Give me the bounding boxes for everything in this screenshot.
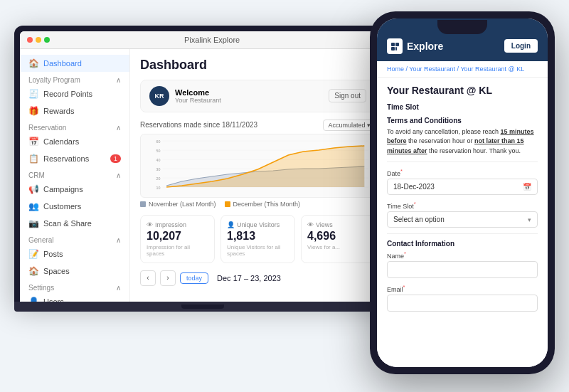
- sidebar-item-spaces[interactable]: 🏠 Spaces: [20, 263, 129, 280]
- name-input[interactable]: [387, 261, 538, 278]
- browser-title: Pixalink Explore: [55, 36, 368, 44]
- avatar: KR: [149, 86, 169, 106]
- chart-filter[interactable]: Accumulated ▾: [323, 120, 376, 131]
- svg-rect-15: [395, 47, 397, 51]
- calendar-icon: 📅: [28, 137, 39, 147]
- phone: Explore Login Home / Your Restaurant / Y…: [370, 11, 555, 374]
- record-points-icon: 🧾: [28, 89, 39, 99]
- date-field: Date* 18-Dec-2023 📅: [387, 168, 538, 195]
- legend-december: December (This Month): [225, 201, 301, 208]
- metric-visitors: 👤 Unique Visitors 1,813 Unique Visitors …: [220, 215, 295, 263]
- sidebar-section-settings: Settings ∧: [20, 280, 129, 293]
- welcome-name: Welcome: [175, 88, 221, 97]
- metrics-row: 👁 Impression 10,207 Impression for all s…: [140, 215, 376, 263]
- window-controls: [27, 37, 50, 43]
- sidebar-item-record-points[interactable]: 🧾 Record Points: [20, 85, 129, 102]
- sidebar-item-posts[interactable]: 📝 Posts: [20, 245, 129, 263]
- posts-icon: 📝: [28, 249, 39, 259]
- svg-text:60: 60: [156, 139, 161, 144]
- impression-icon: 👁: [147, 221, 153, 228]
- sidebar-section-loyalty: Loyalty Program ∧: [20, 72, 129, 85]
- calendar-icon: 📅: [523, 183, 531, 191]
- metric-impression: 👁 Impression 10,207 Impression for all s…: [140, 215, 215, 263]
- timeslot-section-label: Time Slot: [387, 103, 538, 111]
- email-field: Email*: [387, 284, 538, 312]
- metric-views: 👁 Views 4,696 Views for a...: [301, 215, 376, 263]
- impression-label: 👁 Impression: [147, 221, 208, 228]
- main-content: Dashboard KR Welcome Your Restaurant Sig…: [130, 49, 385, 302]
- svg-rect-13: [395, 43, 399, 46]
- sidebar-section-general: General ∧: [20, 232, 129, 245]
- sidebar-item-dashboard[interactable]: 🏠 Dashboard: [20, 55, 129, 72]
- contact-section-label: Contact Information: [387, 240, 538, 248]
- close-dot: [27, 37, 33, 43]
- chevron-down-icon: ▾: [528, 216, 531, 223]
- impression-value: 10,207: [147, 230, 208, 243]
- page-title: Dashboard: [140, 58, 376, 73]
- date-label: Date*: [387, 168, 538, 177]
- prev-button[interactable]: ‹: [140, 270, 156, 286]
- phone-page-title: Your Restaurant @ KL: [387, 85, 538, 96]
- home-icon: 🏠: [28, 58, 39, 68]
- name-field: Name*: [387, 250, 538, 278]
- impression-sub: Impression for all spaces: [147, 244, 208, 257]
- chart-legend: November (Last Month) December (This Mon…: [140, 201, 376, 208]
- maximize-dot: [44, 37, 50, 43]
- sidebar-item-users[interactable]: 👤 Users: [20, 293, 129, 302]
- chart-section: Reservations made since 18/11/2023 Accum…: [140, 120, 376, 208]
- scan-share-icon: 📷: [28, 218, 39, 228]
- phone-notch: [437, 20, 487, 34]
- visitors-label: 👤 Unique Visitors: [227, 221, 289, 228]
- visitors-value: 1,813: [227, 230, 289, 243]
- visitors-sub: Unique Visitors for all spaces: [227, 244, 289, 257]
- sidebar-section-reservation: Reservation ∧: [20, 120, 129, 133]
- divider: [387, 161, 538, 162]
- reservations-icon: 📋: [28, 154, 39, 164]
- spaces-icon: 🏠: [28, 266, 39, 276]
- timeslot-field: Time Slot* Select an option ▾: [387, 201, 538, 228]
- phone-logo: Explore: [387, 38, 443, 54]
- calendar-nav: ‹ › today Dec 17 – 23, 2023: [140, 270, 376, 286]
- titlebar: Pixalink Explore ×: [20, 31, 385, 49]
- sidebar-item-calendars[interactable]: 📅 Calendars: [20, 133, 129, 150]
- chart-title: Reservations made since 18/11/2023: [140, 121, 257, 129]
- users-icon: 👤: [28, 297, 39, 302]
- laptop: Pixalink Explore × 🏠 Dashboard: [14, 26, 391, 339]
- terms-text: To avoid any cancellation, please reach …: [387, 127, 538, 157]
- reservations-badge: 1: [110, 154, 121, 163]
- breadcrumb: Home / Your Restaurant / Your Restaurant…: [377, 61, 548, 78]
- welcome-bar: KR Welcome Your Restaurant Sign out: [140, 80, 376, 112]
- sidebar: 🏠 Dashboard Loyalty Program ∧ 🧾 Record P…: [20, 49, 130, 302]
- minimize-dot: [36, 37, 41, 43]
- customers-icon: 👥: [28, 201, 39, 211]
- views-value: 4,696: [307, 230, 369, 243]
- views-label: 👁 Views: [307, 221, 369, 228]
- svg-rect-14: [391, 47, 395, 51]
- email-input[interactable]: [387, 295, 538, 312]
- sidebar-item-campaigns[interactable]: 📢 Campaigns: [20, 181, 129, 198]
- sidebar-item-scan-share[interactable]: 📷 Scan & Share: [20, 215, 129, 232]
- sidebar-item-customers[interactable]: 👥 Customers: [20, 198, 129, 215]
- timeslot-select[interactable]: Select an option ▾: [387, 211, 538, 228]
- svg-text:10: 10: [156, 186, 161, 190]
- views-sub: Views for a...: [307, 244, 369, 250]
- views-icon: 👁: [307, 221, 314, 228]
- date-range: Dec 17 – 23, 2023: [217, 274, 281, 282]
- divider-2: [387, 233, 538, 234]
- sidebar-item-rewards[interactable]: 🎁 Rewards: [20, 102, 129, 120]
- svg-text:40: 40: [156, 158, 161, 162]
- sign-out-button[interactable]: Sign out: [329, 89, 366, 102]
- email-label: Email*: [387, 284, 538, 293]
- login-button[interactable]: Login: [504, 39, 538, 53]
- date-input[interactable]: 18-Dec-2023 📅: [387, 179, 538, 195]
- svg-text:20: 20: [156, 176, 161, 181]
- svg-rect-12: [391, 43, 395, 46]
- today-button[interactable]: today: [180, 272, 208, 284]
- svg-text:30: 30: [156, 167, 161, 171]
- rewards-icon: 🎁: [28, 106, 39, 116]
- sidebar-item-reservations[interactable]: 📋 Reservations 1: [20, 150, 129, 167]
- terms-section-label: Terms and Conditions: [387, 117, 538, 125]
- svg-text:50: 50: [156, 149, 161, 153]
- phone-body: Your Restaurant @ KL Time Slot Terms and…: [377, 78, 548, 367]
- next-button[interactable]: ›: [160, 270, 176, 286]
